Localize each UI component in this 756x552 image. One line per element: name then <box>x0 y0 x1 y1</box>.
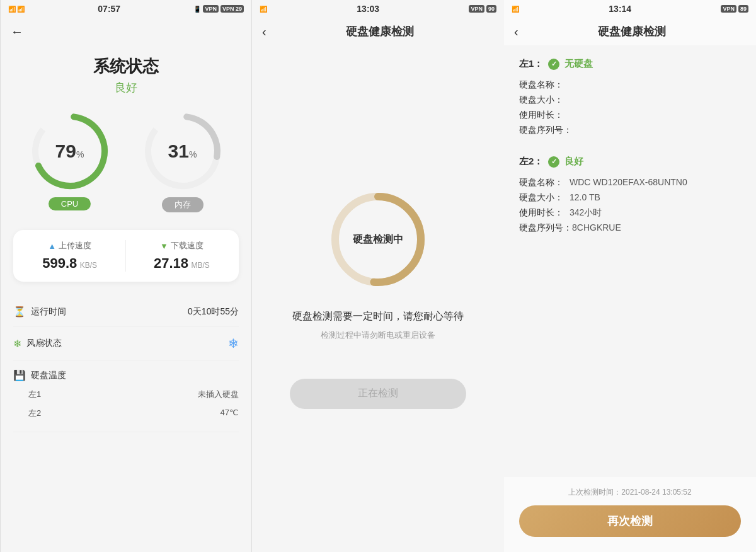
last-check-time: 上次检测时间：2021-08-24 13:05:52 <box>568 487 691 498</box>
disk2-section: 左2： ✓ 良好 硬盘名称： WDC WD120EFAX-68UNTN0 硬盘大… <box>519 156 741 236</box>
disk-spinner: 硬盘检测中 <box>328 189 428 290</box>
panel2-title: 硬盘健康检测 <box>266 24 494 39</box>
disk-spinner-text: 硬盘检测中 <box>353 233 403 246</box>
signal-icon-3: 📶 <box>512 6 519 13</box>
panel-system-status: 📶 📶 07:57 📱 VPN VPN 29 ← 系统状态 良好 <box>0 0 252 552</box>
download-icon: ▼ <box>160 241 168 251</box>
disk2-name-row: 硬盘名称： WDC WD120EFAX-68UNTN0 <box>519 175 741 190</box>
download-speed: ▼ 下载速度 27.18 MB/S <box>154 240 210 272</box>
status-left-2: 📶 <box>260 6 267 13</box>
checking-button: 正在检测 <box>290 379 466 409</box>
vpn-badge-1: VPN <box>203 5 219 13</box>
cpu-value-center: 79% <box>55 141 84 162</box>
hdd-left2-row: 左2 47℃ <box>28 404 239 423</box>
status-time-2: 13:03 <box>357 4 379 14</box>
status-right-3: VPN 89 <box>721 5 748 13</box>
fan-status-icon: ❄ <box>228 336 239 351</box>
back-button-2[interactable]: ‹ <box>262 25 266 39</box>
download-value-row: 27.18 MB/S <box>154 255 210 272</box>
upload-label: ▲ 上传速度 <box>48 240 91 251</box>
clock-icon: ⏳ <box>13 306 26 318</box>
status-time-3: 13:14 <box>609 4 631 14</box>
disk2-size-row: 硬盘大小： 12.0 TB <box>519 190 741 205</box>
disk2-serial-row: 硬盘序列号： 8CHGKRUE <box>519 221 741 236</box>
bluetooth-icon: 📱 <box>193 6 201 13</box>
nav-bar-2: ‹ 硬盘健康检测 <box>252 18 504 45</box>
wifi-icon: 📶 <box>17 6 25 13</box>
panel-disk-result: 📶 13:14 VPN 89 ‹ 硬盘健康检测 左1： ✓ 无硬盘 硬盘名称： … <box>504 0 756 552</box>
signal-count-3: 89 <box>738 5 748 13</box>
disk2-status: 良好 <box>564 156 583 168</box>
upload-value-row: 599.8 KB/S <box>42 255 97 272</box>
download-label: ▼ 下载速度 <box>160 240 203 251</box>
vpn-badge-3: VPN <box>721 5 736 13</box>
runtime-row: ⏳ 运行时间 0天10时55分 <box>13 297 239 327</box>
disk2-time-row: 使用时长： 342小时 <box>519 205 741 221</box>
disk1-section: 左1： ✓ 无硬盘 硬盘名称： 硬盘大小： 使用时长： 硬盘序列号： <box>519 58 741 138</box>
speed-card: ▲ 上传速度 599.8 KB/S ▼ 下载速度 27.18 MB/S <box>13 230 239 282</box>
disk1-size-row: 硬盘大小： <box>519 93 741 108</box>
info-rows: ⏳ 运行时间 0天10时55分 ❄ 风扇状态 ❄ 💾 硬盘温度 <box>13 297 239 432</box>
upload-speed: ▲ 上传速度 599.8 KB/S <box>42 240 97 272</box>
disk1-serial-row: 硬盘序列号： <box>519 123 741 138</box>
fan-icon: ❄ <box>13 338 21 350</box>
status-time-1: 07:57 <box>98 4 120 14</box>
status-right-2: VPN 90 <box>469 5 496 13</box>
disk1-time-row: 使用时长： <box>519 108 741 123</box>
system-status-content: 系统状态 良好 79% CPU <box>1 45 251 552</box>
signal-icon: 📶 <box>8 6 16 13</box>
cpu-gauge: 79% CPU <box>29 110 111 212</box>
disk2-label: 左2： <box>519 156 543 168</box>
system-title: 系统状态 <box>13 55 239 78</box>
status-bar-2: 📶 13:03 VPN 90 <box>252 0 504 18</box>
signal-count-2: 90 <box>486 5 496 13</box>
disk1-name-row: 硬盘名称： <box>519 78 741 93</box>
hdd-icon: 💾 <box>13 369 26 381</box>
memory-gauge: 31% 内存 <box>142 110 224 212</box>
hdd-temp-row: 💾 硬盘温度 左1 未插入硬盘 左2 47℃ <box>13 360 239 432</box>
status-left-icons: 📶 📶 <box>8 6 25 13</box>
cpu-gauge-wrapper: 79% <box>29 110 111 192</box>
status-bar-1: 📶 📶 07:57 📱 VPN VPN 29 <box>1 0 251 18</box>
back-button-3[interactable]: ‹ <box>514 25 518 39</box>
disk2-check-icon: ✓ <box>548 156 559 168</box>
memory-gauge-wrapper: 31% <box>142 110 224 192</box>
speed-divider <box>125 240 126 272</box>
upload-icon: ▲ <box>48 241 56 251</box>
recheck-button[interactable]: 再次检测 <box>519 505 741 537</box>
gauges-row: 79% CPU 31% 内存 <box>13 110 239 212</box>
status-bar-3: 📶 13:14 VPN 89 <box>504 0 756 18</box>
disk-checking-sub: 检测过程中请勿断电或重启设备 <box>321 330 435 341</box>
memory-value-center: 31% <box>168 141 197 162</box>
disk2-header: 左2： ✓ 良好 <box>519 156 741 168</box>
vpn-badge-2: VPN <box>469 5 484 13</box>
status-right-1: 📱 VPN VPN 29 <box>193 5 244 13</box>
disk1-status: 无硬盘 <box>564 58 593 70</box>
hdd-sub-rows: 左1 未插入硬盘 左2 47℃ <box>13 385 239 423</box>
disk1-label: 左1： <box>519 58 543 70</box>
panel-disk-checking: 📶 13:03 VPN 90 ‹ 硬盘健康检测 硬盘检测中 硬盘检测需要一定时间… <box>252 0 504 552</box>
panel3-title: 硬盘健康检测 <box>518 24 746 39</box>
hdd-left1-row: 左1 未插入硬盘 <box>28 385 239 404</box>
disk-checking-title: 硬盘检测需要一定时间，请您耐心等待 <box>292 310 464 323</box>
system-status-label: 良好 <box>13 80 239 95</box>
back-button-1[interactable]: ← <box>11 25 23 39</box>
status-left-3: 📶 <box>512 6 519 13</box>
panel3-footer: 上次检测时间：2021-08-24 13:05:52 再次检测 <box>504 477 756 552</box>
disk1-check-icon: ✓ <box>548 59 559 70</box>
signal-count-1: VPN 29 <box>220 5 244 13</box>
disk-result-content: 左1： ✓ 无硬盘 硬盘名称： 硬盘大小： 使用时长： 硬盘序列号： <box>504 45 756 477</box>
nav-bar-3: ‹ 硬盘健康检测 <box>504 18 756 45</box>
disk1-header: 左1： ✓ 无硬盘 <box>519 58 741 70</box>
fan-row: ❄ 风扇状态 ❄ <box>13 327 239 360</box>
nav-bar-1: ← <box>1 18 251 45</box>
signal-icon-2: 📶 <box>260 6 267 13</box>
disk-checking-content: 硬盘检测中 硬盘检测需要一定时间，请您耐心等待 检测过程中请勿断电或重启设备 正… <box>252 45 504 552</box>
